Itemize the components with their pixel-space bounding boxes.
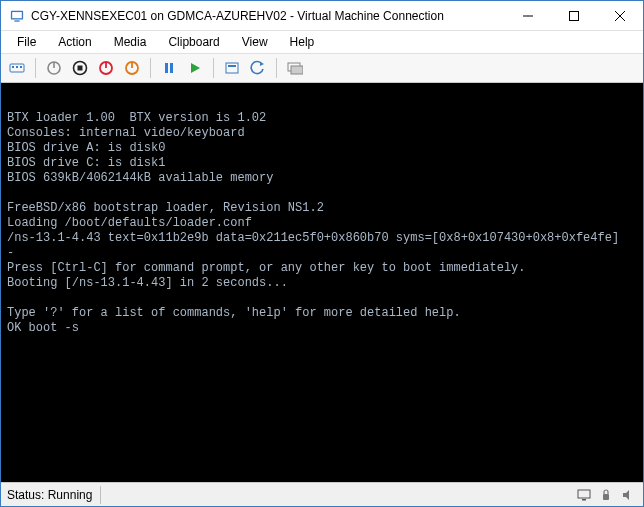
toolbar-separator <box>150 58 151 78</box>
menu-media[interactable]: Media <box>104 33 157 51</box>
console-line: Booting [/ns-13.1-4.43] in 2 seconds... <box>7 276 288 290</box>
menubar: File Action Media Clipboard View Help <box>1 31 643 53</box>
ctrl-alt-del-icon <box>9 60 25 76</box>
display-status-icon <box>575 486 593 504</box>
pause-button[interactable] <box>157 56 181 80</box>
checkpoint-icon <box>224 60 240 76</box>
power-grey-icon <box>46 60 62 76</box>
close-icon <box>615 11 625 21</box>
svg-marker-30 <box>623 490 629 500</box>
svg-rect-8 <box>12 66 14 68</box>
console-line: OK boot -s <box>7 321 79 335</box>
menu-view[interactable]: View <box>232 33 278 51</box>
enhanced-session-button[interactable] <box>283 56 307 80</box>
window-title: CGY-XENNSEXEC01 on GDMCA-AZUREHV02 - Vir… <box>31 9 505 23</box>
pause-icon <box>161 60 177 76</box>
svg-rect-14 <box>78 66 83 71</box>
power-orange-icon <box>124 60 140 76</box>
menu-help[interactable]: Help <box>280 33 325 51</box>
console-line: BIOS drive A: is disk0 <box>7 141 165 155</box>
svg-rect-22 <box>226 63 238 73</box>
console-line: BTX loader 1.00 BTX version is 1.02 <box>7 111 266 125</box>
svg-rect-29 <box>603 494 609 500</box>
console-line: Type '?' for a list of commands, 'help' … <box>7 306 461 320</box>
svg-rect-19 <box>165 63 168 73</box>
console-line: Loading /boot/defaults/loader.conf <box>7 216 252 230</box>
revert-icon <box>250 60 266 76</box>
menu-file[interactable]: File <box>7 33 46 51</box>
svg-rect-4 <box>570 11 579 20</box>
turnoff-button[interactable] <box>68 56 92 80</box>
status-text: Status: Running <box>7 486 101 504</box>
svg-rect-9 <box>16 66 18 68</box>
toolbar-separator <box>35 58 36 78</box>
maximize-button[interactable] <box>551 1 597 31</box>
menu-clipboard[interactable]: Clipboard <box>158 33 229 51</box>
toolbar <box>1 53 643 83</box>
console-line: - <box>7 246 14 260</box>
svg-rect-23 <box>228 65 236 67</box>
statusbar: Status: Running <box>1 482 643 506</box>
enhanced-session-icon <box>287 60 303 76</box>
console-line: FreeBSD/x86 bootstrap loader, Revision N… <box>7 201 324 215</box>
stop-black-icon <box>72 60 88 76</box>
svg-rect-27 <box>578 490 590 498</box>
svg-rect-1 <box>12 12 22 18</box>
reset-button[interactable] <box>183 56 207 80</box>
minimize-button[interactable] <box>505 1 551 31</box>
vm-console[interactable]: BTX loader 1.00 BTX version is 1.02 Cons… <box>1 83 643 482</box>
play-icon <box>187 60 203 76</box>
close-button[interactable] <box>597 1 643 31</box>
ctrl-alt-del-button[interactable] <box>5 56 29 80</box>
svg-marker-21 <box>191 63 200 73</box>
console-line: /ns-13.1-4.43 text=0x11b2e9b data=0x211e… <box>7 231 619 245</box>
checkpoint-button[interactable] <box>220 56 244 80</box>
security-status-icon <box>597 486 615 504</box>
console-line: Consoles: internal video/keyboard <box>7 126 245 140</box>
svg-rect-20 <box>170 63 173 73</box>
minimize-icon <box>523 11 533 21</box>
vm-icon <box>9 8 25 24</box>
svg-rect-26 <box>291 66 303 74</box>
window-controls <box>505 1 643 31</box>
shutdown-button[interactable] <box>94 56 118 80</box>
svg-rect-10 <box>20 66 22 68</box>
console-line: BIOS drive C: is disk1 <box>7 156 165 170</box>
console-line: BIOS 639kB/4062144kB available memory <box>7 171 273 185</box>
svg-rect-2 <box>14 20 19 21</box>
toolbar-separator <box>213 58 214 78</box>
speaker-status-icon <box>619 486 637 504</box>
svg-rect-28 <box>582 499 586 501</box>
start-button[interactable] <box>42 56 66 80</box>
svg-marker-24 <box>260 62 264 66</box>
maximize-icon <box>569 11 579 21</box>
toolbar-separator <box>276 58 277 78</box>
menu-action[interactable]: Action <box>48 33 101 51</box>
console-line: Press [Ctrl-C] for command prompt, or an… <box>7 261 525 275</box>
power-red-icon <box>98 60 114 76</box>
save-button[interactable] <box>120 56 144 80</box>
revert-button[interactable] <box>246 56 270 80</box>
titlebar: CGY-XENNSEXEC01 on GDMCA-AZUREHV02 - Vir… <box>1 1 643 31</box>
